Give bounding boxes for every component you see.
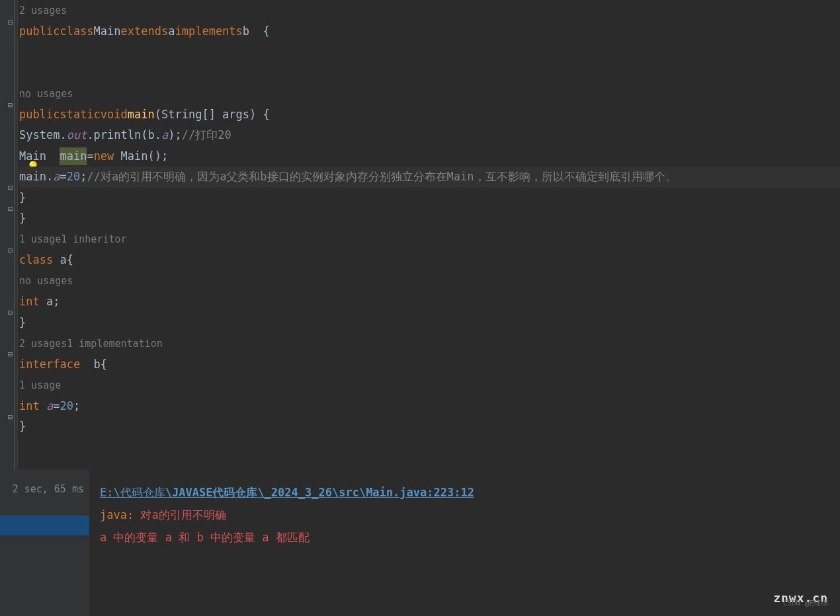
error-gutter: 2 sec, 65 ms <box>0 469 89 616</box>
selection-bar[interactable] <box>0 516 89 535</box>
code-line: int a=20; <box>19 396 840 417</box>
code-line: } <box>19 313 840 334</box>
usage-hint: 1 usage 1 inheritor <box>19 229 840 250</box>
editor-area: ⊟ ⊟ 💡 ⊟ ⊟ ⊟ ⊟ ⊟ ⊟ 2 usages public class … <box>0 0 840 469</box>
error-file-link[interactable]: E:\代码仓库\JAVASE代码仓库\_2024_3_26\src\Main.j… <box>100 481 829 504</box>
build-output-panel: 2 sec, 65 ms E:\代码仓库\JAVASE代码仓库\_2024_3_… <box>0 469 840 616</box>
error-detail: a 中的变量 a 和 b 中的变量 a 都匹配 <box>100 526 829 549</box>
fold-icon[interactable]: ⊟ <box>8 307 16 315</box>
fold-icon[interactable]: ⊟ <box>8 245 16 252</box>
fold-icon[interactable]: ⊟ <box>8 203 16 211</box>
code-area[interactable]: 2 usages public class Main extends a imp… <box>18 0 840 469</box>
code-line: Main main=new Main(); <box>19 146 840 167</box>
code-line-error: main.a=20;//对a的引用不明确，因为a父类和b接口的实例对象内存分别独… <box>19 167 840 188</box>
error-content: E:\代码仓库\JAVASE代码仓库\_2024_3_26\src\Main.j… <box>89 469 840 616</box>
code-line: } <box>19 208 840 229</box>
usage-hint: 2 usages 1 implementation <box>19 333 840 354</box>
fold-icon[interactable]: ⊟ <box>8 348 16 356</box>
method-declaration: public static void main(String[] args) { <box>19 104 840 126</box>
fold-icon[interactable]: ⊟ <box>8 411 16 419</box>
error-message: java: 对a的引用不明确 <box>100 504 829 526</box>
fold-icon[interactable]: ⊟ <box>8 99 16 107</box>
usage-hint: 1 usage <box>19 375 840 396</box>
class-declaration: class a{ <box>19 250 840 271</box>
usage-hint: no usages <box>19 83 840 104</box>
usage-hint: no usages <box>19 271 840 292</box>
build-time: 2 sec, 65 ms <box>0 481 89 497</box>
usage-hint: 2 usages <box>19 0 840 21</box>
watermark-csdn: CSDN @E绵绵 <box>783 597 828 609</box>
interface-declaration: interface b{ <box>19 354 840 375</box>
class-declaration: public class Main extends a implements b… <box>19 21 840 42</box>
code-line: System.out.println(b.a);//打印20 <box>19 125 840 146</box>
gutter: ⊟ ⊟ 💡 ⊟ ⊟ ⊟ ⊟ ⊟ ⊟ <box>0 0 18 469</box>
code-line: int a; <box>19 291 840 313</box>
code-line: } <box>19 416 840 438</box>
fold-icon[interactable]: ⊟ <box>8 17 16 24</box>
fold-icon[interactable]: ⊟ <box>8 182 16 190</box>
code-line: } <box>19 188 840 209</box>
